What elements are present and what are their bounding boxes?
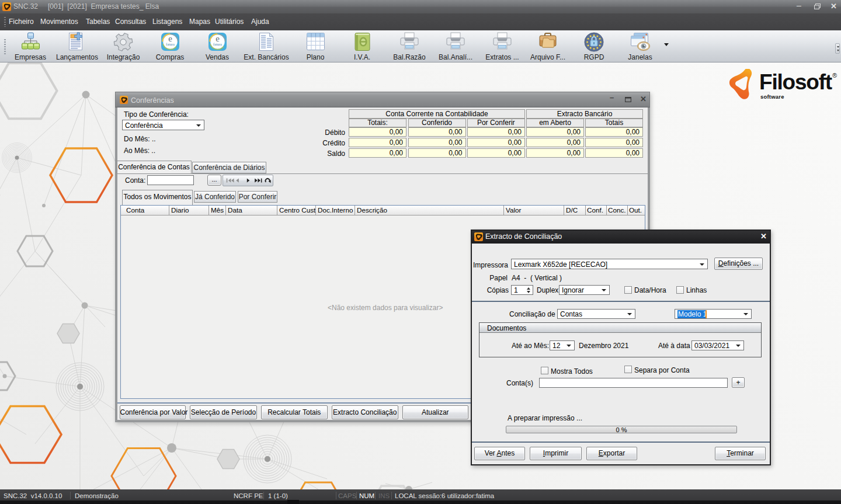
svg-text:fatura: fatura bbox=[166, 42, 175, 46]
svg-text:fatura: fatura bbox=[213, 42, 222, 46]
